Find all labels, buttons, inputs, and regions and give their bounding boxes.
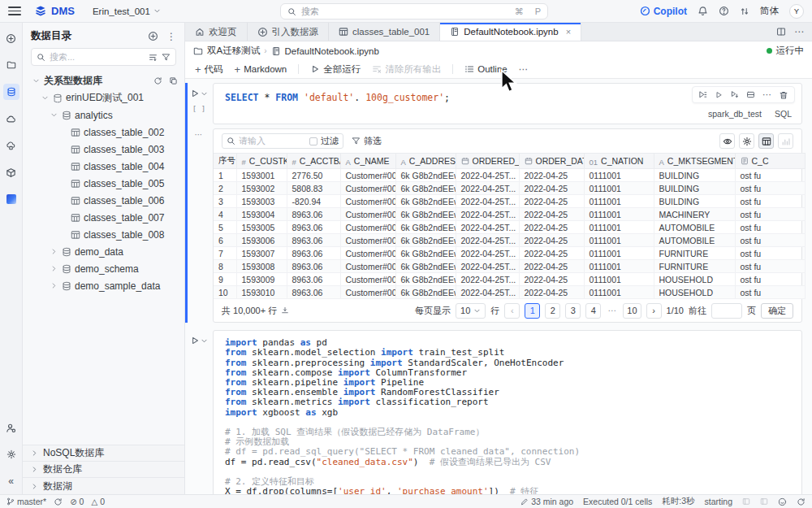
page-button-4[interactable]: 4 [585,303,601,319]
tree-item-classes_table_007[interactable]: classes_table_007 [23,209,184,226]
sift-button[interactable]: 筛选 [352,135,382,147]
warning-count[interactable]: △0 [91,497,105,506]
batch-list-icon[interactable] [149,53,158,62]
language-switcher[interactable]: 简体 [760,5,779,17]
per-page-select[interactable]: 10 [456,303,486,319]
column-header-C_ADDRESS[interactable]: AC_ADDRESS [395,154,456,169]
tree-item-classes_table_005[interactable]: classes_table_005 [23,175,184,192]
download-icon[interactable] [281,306,289,315]
result-filter-input[interactable]: 请输入 过滤 [222,133,343,149]
table-row[interactable]: 1015930108963.06Customer#001...6k G8b2nd… [214,286,805,299]
folder-icon[interactable] [3,57,19,73]
catalog-section-数据湖[interactable]: 数据湖 [23,478,184,494]
breadcrumb-folder[interactable]: 双A迁移测试 [207,45,260,57]
chevron-right-icon[interactable] [49,265,58,272]
cell-language[interactable]: SQL [775,109,792,119]
column-header-C_ACCTBAL[interactable]: #C_ACCTBAL [287,154,340,169]
chevron-right-icon[interactable] [49,248,58,255]
column-header-C_NAME[interactable]: AC_NAME [340,154,395,169]
chevron-down-icon[interactable] [31,77,41,85]
page-button-1[interactable]: 1 [525,303,540,319]
output-drag-handle[interactable]: ⋯ [195,130,204,139]
error-count[interactable]: ⊘0 [70,497,84,506]
tree-item-demo_sample_data[interactable]: demo_sample_data [23,277,184,294]
notebook-colored-icon[interactable] [3,191,19,207]
tree-item-classes_table_002[interactable]: classes_table_002 [23,124,184,141]
table-row[interactable]: 915930098963.06Customer#001...6k G8b2ndE… [214,273,805,286]
trash-icon[interactable] [779,90,788,100]
cell-engine[interactable]: spark_db_test [708,109,762,119]
tab-引入数据源[interactable]: 引入数据源 [248,23,330,41]
feedback-icon[interactable] [778,497,787,506]
prev-page-button[interactable]: ‹ [504,303,520,319]
breadcrumb-file[interactable]: DefaultNotebook.ipynb [285,46,379,56]
python-code[interactable]: import pandas as pdfrom sklearn.model_se… [214,331,801,494]
duplicate-icon[interactable] [169,76,178,85]
plus-circle-icon[interactable] [3,30,19,46]
table-row[interactable]: 615930068963.06Customer#001...6k G8b2ndE… [214,234,805,247]
catalog-section-数据仓库[interactable]: 数据仓库 [23,462,184,478]
tree-item-erinUED测试_001[interactable]: erinUED测试_001 [23,89,184,106]
chart-view-button[interactable] [778,133,793,149]
table-row[interactable]: 715930078963.06Customer#001...6k G8b2ndE… [214,247,805,260]
tree-item-demo_data[interactable]: demo_data [23,243,184,260]
page-button-2[interactable]: 2 [545,303,560,319]
chevron-right-icon[interactable] [49,282,58,289]
tab-欢迎页[interactable]: 欢迎页 [185,23,248,41]
clear-outputs-button[interactable]: 清除所有输出 [372,63,441,76]
dms-logo[interactable]: DMS [34,5,75,18]
column-header-C_NATION[interactable]: 01C_NATION [584,154,654,169]
cloud-sync-icon[interactable] [3,137,19,154]
database-icon[interactable] [3,84,19,100]
tree-item-demo_schema[interactable]: demo_schema [23,260,184,277]
tree-item-classes_table_003[interactable]: classes_table_003 [23,141,184,158]
refresh-icon[interactable] [797,497,806,506]
page-button-3[interactable]: 3 [565,303,581,319]
panel-toggle-icon[interactable] [742,497,750,506]
tree-item-classes_table_004[interactable]: classes_table_004 [23,158,184,175]
user-settings-icon[interactable] [3,419,19,436]
gear-icon[interactable] [3,446,19,462]
table-row[interactable]: 815930088963.06Customer#001...6k G8b2ndE… [214,260,805,273]
avatar[interactable]: Y [789,4,804,19]
outline-button[interactable]: Outline [464,64,507,74]
more-horizontal-icon[interactable]: ⋯ [794,26,804,37]
global-search-input[interactable]: 搜索 ⌘ P [280,3,548,20]
more-horizontal-icon[interactable]: ⋯ [762,89,771,100]
column-header-C_C[interactable]: C_C [735,154,805,169]
preview-eye-button[interactable] [719,133,735,149]
notifications-bell-icon[interactable] [698,6,708,16]
column-header-C_CUSTKEY[interactable]: #C_CUSTKEY [236,154,287,169]
filter-checkbox[interactable] [309,137,317,145]
table-row[interactable]: 31593003-820.94Customer#001...6k G8b2ndE… [214,195,805,208]
play-sm-icon[interactable] [715,91,723,99]
goto-confirm-button[interactable]: 确定 [761,303,793,319]
table-row[interactable]: 115930012776.50Customer#001...6k G8b2ndE… [214,169,805,182]
refresh-icon[interactable] [153,76,162,85]
split-pane-icon[interactable] [776,27,786,37]
result-settings-button[interactable] [739,133,754,149]
run-format-icon[interactable] [698,90,707,99]
run-below-icon[interactable] [730,90,739,99]
column-header-序号[interactable]: 序号 [214,154,236,169]
panel-toggle-icon[interactable] [760,497,768,506]
cube-icon[interactable] [3,164,19,180]
grid-view-button[interactable] [758,133,774,149]
sql-cell[interactable]: SELECT * FROM 'default'. 100g_customer';… [213,83,802,124]
chevron-down-icon[interactable] [49,111,58,119]
next-page-button[interactable]: › [646,303,662,319]
hamburger-menu-icon[interactable] [8,5,21,18]
run-all-button[interactable]: 全部运行 [310,63,361,76]
catalog-section-NoSQL数据库[interactable]: NoSQL数据库 [23,445,184,462]
add-datasource-icon[interactable] [148,31,158,41]
cloud-icon[interactable] [3,111,19,127]
help-icon[interactable] [719,6,729,16]
table-row[interactable]: 515930058963.06Customer#001...6k G8b2ndE… [214,221,805,234]
goto-page-input[interactable] [711,303,742,319]
sync-icon[interactable] [54,497,63,506]
workspace-switcher[interactable]: Erin_test_001 [93,7,161,16]
collapse-cell-icon[interactable] [746,90,755,99]
column-header-ORDERED_AT[interactable]: ORDERED_AT [456,154,519,169]
tree-item-analytics[interactable]: analytics [23,106,184,124]
page-button-10[interactable]: 10 [623,303,641,319]
